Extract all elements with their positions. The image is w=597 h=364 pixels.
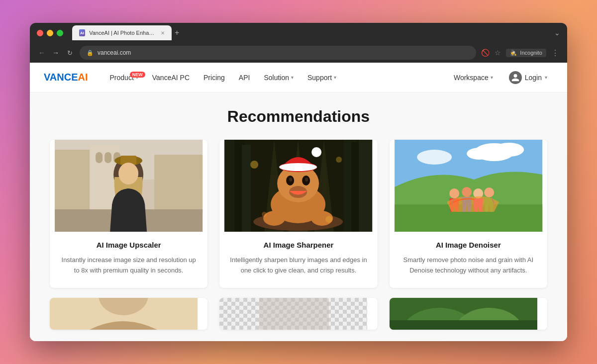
browser-actions: 🚫 ☆ 🕵️ Incognito ⋮ [481,48,560,58]
card-upscaler-body: AI Image Upscaler Instantly increase ima… [50,232,207,288]
tab-close-icon[interactable]: ✕ [161,30,165,36]
card-sharpener[interactable]: AI Image Sharpener Intelligently sharpen… [219,140,377,288]
cards-grid: AI Image Upscaler Instantly increase ima… [50,140,547,288]
card-sharpener-image [219,140,377,232]
site-navigation: VANCEAI Product NEW ▾ VanceAI PC Pricing… [30,63,567,92]
back-button[interactable]: ← [37,49,47,57]
solution-chevron-icon: ▾ [291,75,294,80]
site-logo[interactable]: VANCEAI [44,72,88,83]
card-upscaler-image [50,140,207,232]
nav-item-support[interactable]: Support ▾ [301,71,342,85]
login-label: Login [525,74,542,82]
card-partial-3[interactable] [390,298,547,330]
traffic-lights [37,30,63,36]
address-bar: ← → ↻ 🔒 vanceai.com 🚫 ☆ 🕵️ Incognito ⋮ [30,43,567,63]
card-sharpener-body: AI Image Sharpener Intelligently sharpen… [219,232,377,288]
tab-favicon: AI [79,29,85,36]
nav-right: Workspace ▾ Login ▾ [448,68,553,87]
recommendations-section: Recommendations [30,92,567,340]
svg-point-24 [311,147,321,157]
url-text: vanceai.com [98,49,131,56]
login-chevron-icon: ▾ [545,75,547,80]
card-partial-1[interactable] [50,298,207,330]
nav-pricing-label: Pricing [203,74,225,82]
cards-grid-partial [50,298,547,330]
lock-icon: 🔒 [87,50,94,56]
avatar-icon [509,71,522,84]
support-chevron-icon: ▾ [334,75,336,80]
svg-point-40 [467,148,492,160]
nav-item-vanceai-pc[interactable]: VanceAI PC [146,71,196,85]
nav-support-label: Support [307,74,332,82]
svg-point-29 [305,178,308,182]
active-tab[interactable]: AI VanceAI | AI Photo Enhancem... ✕ [72,25,172,40]
nav-items: Product NEW ▾ VanceAI PC Pricing API Sol… [104,71,448,85]
browser-chrome: AI VanceAI | AI Photo Enhancem... ✕ + ⌄ … [30,23,567,63]
refresh-button[interactable]: ↻ [65,49,75,57]
nav-item-product[interactable]: Product NEW ▾ [104,71,144,85]
nav-item-solution[interactable]: Solution ▾ [258,71,299,85]
card-partial-2[interactable] [219,298,377,330]
close-button[interactable] [37,30,43,36]
card-upscaler-desc: Instantly increase image size and resolu… [60,255,198,276]
section-title: Recommendations [50,107,547,126]
card-upscaler-title: AI Image Upscaler [60,241,198,249]
svg-point-31 [263,211,285,226]
maximize-button[interactable] [57,30,63,36]
workspace-button[interactable]: Workspace ▾ [448,71,499,85]
card-sharpener-title: AI Image Sharpener [229,241,367,249]
nav-item-pricing[interactable]: Pricing [198,71,231,85]
svg-point-12 [118,163,138,184]
incognito-icon: 🕵️ [510,50,517,56]
svg-point-28 [289,178,292,182]
login-button[interactable]: Login ▾ [503,68,553,87]
workspace-chevron-icon: ▾ [491,75,493,80]
minimize-button[interactable] [47,30,53,36]
browser-menu-button[interactable]: ⋮ [551,48,560,58]
forward-button[interactable]: → [51,49,61,57]
svg-rect-19 [359,140,372,232]
incognito-badge: 🕵️ Incognito [506,49,546,57]
card-sharpener-desc: Intelligently sharpen blurry images and … [229,255,367,276]
nav-vanceai-pc-label: VanceAI PC [152,74,190,82]
svg-point-43 [449,188,459,198]
svg-rect-6 [104,152,111,163]
svg-point-36 [325,216,332,223]
nav-solution-label: Solution [264,74,289,82]
svg-point-34 [336,157,342,163]
new-tab-button[interactable]: + [175,28,179,37]
svg-point-46 [484,187,494,197]
card-denoiser[interactable]: AI Image Denoiser Smartly remove photo n… [390,140,547,288]
url-bar[interactable]: 🔒 vanceai.com [80,46,476,60]
nav-new-badge: NEW [130,72,145,78]
svg-rect-16 [242,145,251,232]
logo-vance: VANCE [44,72,78,83]
bookmark-icon[interactable]: ☆ [495,49,501,57]
title-bar: AI VanceAI | AI Photo Enhancem... ✕ + ⌄ [30,23,567,43]
card-denoiser-body: AI Image Denoiser Smartly remove photo n… [390,232,547,288]
card-denoiser-image [390,140,547,232]
nav-buttons: ← → ↻ [37,49,75,57]
website-content: VANCEAI Product NEW ▾ VanceAI PC Pricing… [30,63,567,341]
incognito-label: Incognito [520,50,542,56]
svg-point-35 [262,212,267,217]
nav-item-api[interactable]: API [233,71,256,85]
svg-rect-2 [55,150,95,214]
nav-api-label: API [239,74,250,82]
svg-point-33 [250,161,258,169]
svg-rect-4 [154,155,202,214]
tab-title: VanceAI | AI Photo Enhancem... [89,30,157,36]
tab-bar: AI VanceAI | AI Photo Enhancem... ✕ + ⌄ [72,25,560,40]
workspace-label: Workspace [454,74,489,82]
svg-point-25 [279,163,317,171]
svg-point-41 [417,150,452,165]
svg-rect-5 [96,152,102,163]
card-denoiser-title: AI Image Denoiser [399,241,537,249]
card-upscaler[interactable]: AI Image Upscaler Instantly increase ima… [50,140,207,288]
card-denoiser-desc: Smartly remove photo noise and grain wit… [399,255,537,276]
main-content: Recommendations [30,92,567,341]
svg-point-44 [462,187,472,197]
logo-ai: AI [78,72,88,83]
tab-collapse-icon[interactable]: ⌄ [554,29,560,37]
browser-window: AI VanceAI | AI Photo Enhancem... ✕ + ⌄ … [30,23,567,341]
